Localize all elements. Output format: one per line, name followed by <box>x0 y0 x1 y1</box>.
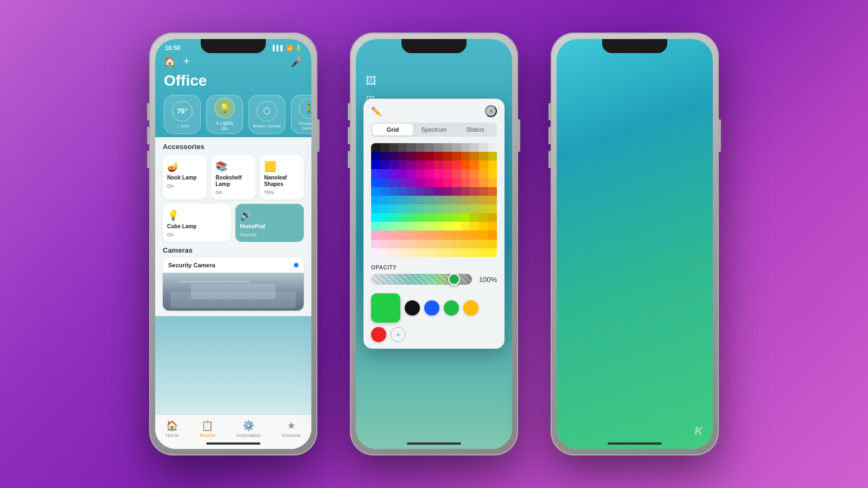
color-cell[interactable] <box>398 160 407 169</box>
color-cell[interactable] <box>380 230 390 239</box>
color-cell[interactable] <box>443 213 452 222</box>
color-cell[interactable] <box>389 240 398 248</box>
tab-rooms[interactable]: 📋 Rooms <box>200 420 215 438</box>
color-cell[interactable] <box>479 230 488 239</box>
color-cell[interactable] <box>470 187 479 196</box>
color-cell[interactable] <box>461 248 470 257</box>
color-cell[interactable] <box>479 248 488 257</box>
color-cell[interactable] <box>389 196 398 204</box>
color-cell[interactable] <box>416 178 425 187</box>
color-cell[interactable] <box>479 222 488 230</box>
color-cell[interactable] <box>443 240 452 248</box>
color-cell[interactable] <box>443 222 452 230</box>
color-cell[interactable] <box>443 230 452 239</box>
color-cell[interactable] <box>425 248 434 257</box>
color-cell[interactable] <box>452 230 461 239</box>
color-cell[interactable] <box>380 178 390 187</box>
color-cell[interactable] <box>371 143 380 152</box>
color-cell[interactable] <box>452 187 461 196</box>
color-cell[interactable] <box>470 222 479 230</box>
color-cell[interactable] <box>434 213 443 222</box>
color-cell[interactable] <box>380 187 390 196</box>
color-cell[interactable] <box>443 178 452 187</box>
color-cell[interactable] <box>425 230 434 239</box>
color-cell[interactable] <box>479 240 488 248</box>
color-cell[interactable] <box>488 160 497 169</box>
color-cell[interactable] <box>470 240 479 248</box>
color-cell[interactable] <box>434 143 443 152</box>
color-cell[interactable] <box>371 187 380 196</box>
color-cell[interactable] <box>434 178 443 187</box>
color-cell[interactable] <box>416 196 425 204</box>
color-cell[interactable] <box>389 204 398 213</box>
color-cell[interactable] <box>371 152 380 160</box>
color-cell[interactable] <box>425 169 434 178</box>
color-cell[interactable] <box>452 248 461 257</box>
color-cell[interactable] <box>488 152 497 160</box>
color-cell[interactable] <box>425 204 434 213</box>
color-cell[interactable] <box>407 248 416 257</box>
color-cell[interactable] <box>425 240 434 248</box>
color-cell[interactable] <box>416 204 425 213</box>
color-cell[interactable] <box>380 196 390 204</box>
color-cell[interactable] <box>479 196 488 204</box>
color-cell[interactable] <box>425 222 434 230</box>
color-cell[interactable] <box>452 204 461 213</box>
color-cell[interactable] <box>452 213 461 222</box>
color-cell[interactable] <box>434 160 443 169</box>
color-cell[interactable] <box>434 152 443 160</box>
color-cell[interactable] <box>398 187 407 196</box>
color-cell[interactable] <box>443 160 452 169</box>
color-cell[interactable] <box>479 213 488 222</box>
color-cell[interactable] <box>470 143 479 152</box>
color-cell[interactable] <box>389 187 398 196</box>
color-cell[interactable] <box>398 222 407 230</box>
color-cell[interactable] <box>416 187 425 196</box>
color-cell[interactable] <box>416 248 425 257</box>
color-cell[interactable] <box>398 240 407 248</box>
color-cell[interactable] <box>452 222 461 230</box>
color-cell[interactable] <box>398 248 407 257</box>
color-cell[interactable] <box>488 196 497 204</box>
color-cell[interactable] <box>479 169 488 178</box>
color-cell[interactable] <box>407 222 416 230</box>
color-cell[interactable] <box>407 152 416 160</box>
color-cell[interactable] <box>470 160 479 169</box>
color-cell[interactable] <box>434 169 443 178</box>
color-cell[interactable] <box>488 187 497 196</box>
color-cell[interactable] <box>389 169 398 178</box>
color-cell[interactable] <box>371 248 380 257</box>
color-cell[interactable] <box>371 222 380 230</box>
swatch-blue[interactable] <box>424 300 439 316</box>
color-cell[interactable] <box>488 204 497 213</box>
color-cell[interactable] <box>434 196 443 204</box>
color-cell[interactable] <box>488 178 497 187</box>
color-cell[interactable] <box>380 169 390 178</box>
color-cell[interactable] <box>470 196 479 204</box>
color-cell[interactable] <box>434 230 443 239</box>
security-camera-card[interactable]: Security Camera <box>163 258 304 311</box>
color-cell[interactable] <box>407 204 416 213</box>
color-cell[interactable] <box>371 196 380 204</box>
color-cell[interactable] <box>398 178 407 187</box>
voice-icon[interactable]: 🎤 <box>291 56 303 68</box>
color-cell[interactable] <box>389 248 398 257</box>
color-cell[interactable] <box>470 230 479 239</box>
color-cell[interactable] <box>389 222 398 230</box>
color-cell[interactable] <box>407 213 416 222</box>
color-cell[interactable] <box>389 152 398 160</box>
color-cell[interactable] <box>461 143 470 152</box>
color-cell[interactable] <box>461 204 470 213</box>
swatch-large-green[interactable] <box>371 293 400 323</box>
color-cell[interactable] <box>452 240 461 248</box>
color-cell[interactable] <box>461 152 470 160</box>
swatch-green[interactable] <box>444 300 459 316</box>
color-cell[interactable] <box>389 143 398 152</box>
tab-grid[interactable]: Grid <box>372 124 413 136</box>
color-cell[interactable] <box>416 222 425 230</box>
color-cell[interactable] <box>434 222 443 230</box>
color-cell[interactable] <box>488 169 497 178</box>
color-cell[interactable] <box>461 178 470 187</box>
color-cell[interactable] <box>452 160 461 169</box>
color-cell[interactable] <box>398 143 407 152</box>
